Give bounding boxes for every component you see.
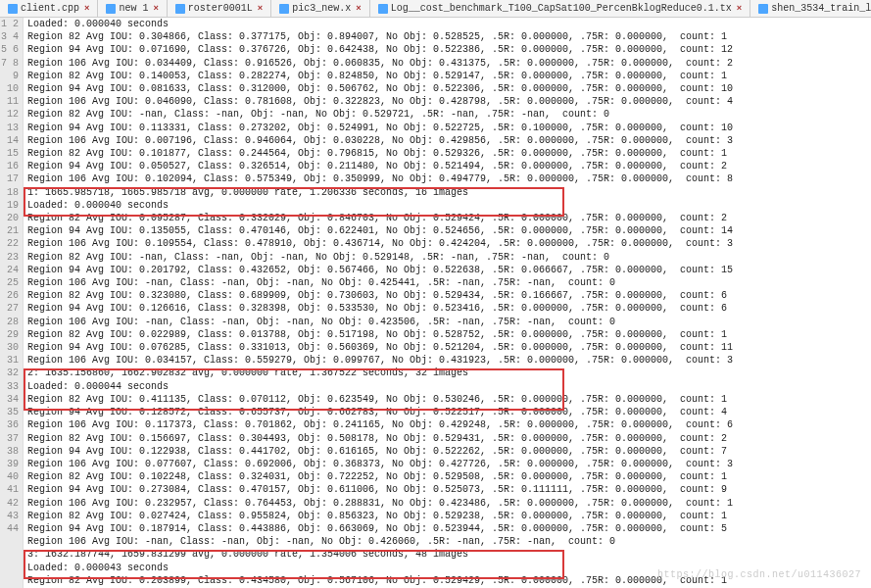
close-icon[interactable]: × bbox=[84, 4, 89, 14]
tab-label: pic3_new.x bbox=[292, 3, 351, 14]
tab-label: client.cpp bbox=[21, 3, 79, 14]
tab-label: shen_3534_train_log.txt bbox=[771, 3, 871, 14]
file-icon bbox=[758, 4, 768, 14]
tab-label: new 1 bbox=[119, 3, 148, 14]
tab-bar: client.cpp×new 1×roster0001L×pic3_new.x×… bbox=[0, 0, 871, 18]
close-icon[interactable]: × bbox=[153, 4, 158, 14]
file-icon bbox=[175, 4, 185, 14]
file-icon bbox=[279, 4, 289, 14]
tab-label: roster0001L bbox=[188, 3, 253, 14]
close-icon[interactable]: × bbox=[258, 4, 263, 14]
file-icon bbox=[378, 4, 388, 14]
tab-4[interactable]: Log__cost_benchmark_T100_CapSat100_Perce… bbox=[370, 0, 750, 17]
tab-label: Log__cost_benchmark_T100_CapSat100_Perce… bbox=[391, 3, 732, 14]
code-area[interactable]: Loaded: 0.000040 seconds Region 82 Avg I… bbox=[24, 18, 871, 588]
watermark: https://blog.csdn.net/u011436027 bbox=[657, 569, 861, 580]
tab-1[interactable]: new 1× bbox=[98, 0, 167, 17]
tab-0[interactable]: client.cpp× bbox=[0, 0, 98, 17]
close-icon[interactable]: × bbox=[356, 4, 361, 14]
tab-5[interactable]: shen_3534_train_log.txt× bbox=[750, 0, 871, 17]
file-icon bbox=[8, 4, 18, 14]
file-icon bbox=[106, 4, 116, 14]
line-gutter: 1 2 3 4 5 6 7 8 9 10 11 12 13 14 15 16 1… bbox=[0, 18, 24, 588]
editor: 1 2 3 4 5 6 7 8 9 10 11 12 13 14 15 16 1… bbox=[0, 18, 871, 588]
close-icon[interactable]: × bbox=[737, 4, 742, 14]
tab-2[interactable]: roster0001L× bbox=[168, 0, 271, 17]
tab-3[interactable]: pic3_new.x× bbox=[271, 0, 369, 17]
